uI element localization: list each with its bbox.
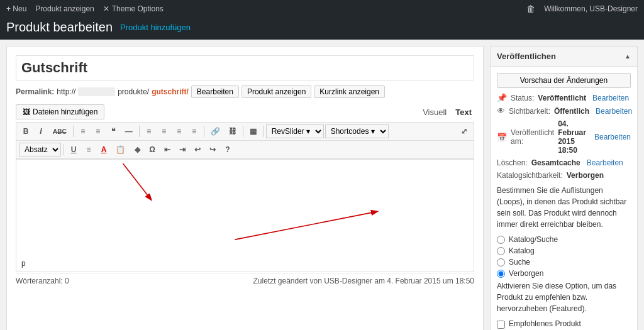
bold-btn[interactable]: B [19,125,33,138]
unlink-btn[interactable]: ⛓ [225,125,240,138]
add-product-link[interactable]: Produkt hinzufügen [120,23,191,32]
visibility-edit-link[interactable]: Bearbeiten [596,107,632,116]
word-count: Wörteranzahl: 0 [16,277,69,285]
radio-label-verborgen: Verborgen [509,269,543,278]
admin-bar-new[interactable]: + Neu [6,4,26,13]
editor-toolbar-row2: Absatz U ≡ A 📋 ◈ Ω ⇤ ⇥ ↩ ↪ ? [16,140,474,159]
editor-area[interactable]: p [16,159,474,272]
view-tabs: Visuell Text [420,106,474,118]
paragraph-indicator: p [21,259,26,268]
product-title-input[interactable] [16,55,474,80]
calendar-icon: 📅 [497,133,507,142]
publish-box-header[interactable]: Veröffentlichen ▲ [491,47,637,67]
blockquote-btn[interactable]: ❝ [106,125,120,138]
delete-cache-label: Gesamtcache [531,158,580,167]
status-edit-link[interactable]: Bearbeiten [592,94,629,102]
divider5 [263,126,264,137]
color-btn[interactable]: A [97,143,111,156]
published-edit-link[interactable]: Bearbeiten [594,133,631,141]
visibility-label: Sichtbarkeit: [509,107,550,116]
permalink-edit-btn[interactable]: Bearbeiten [191,85,239,98]
paste-btn[interactable]: 📋 [112,143,129,156]
publish-header-label: Veröffentlichen [497,52,556,61]
divider6 [64,144,64,155]
redo-btn[interactable]: ↪ [206,143,219,156]
editor-toolbar-row1: B I ABC ≡ ≡ ❝ — ≡ ≡ ≡ ≡ 🔗 ⛓ ▦ RevSlider … [16,122,474,140]
char-btn[interactable]: Ω [145,143,159,156]
clear-btn[interactable]: ◈ [130,143,144,156]
ol-btn[interactable]: ≡ [76,125,90,138]
link-btn[interactable]: 🔗 [207,125,224,138]
add-files-button[interactable]: 🖼 Dateien hinzufügen [16,104,104,119]
editor-status-bar: Wörteranzahl: 0 Zuletzt geändert von USB… [16,273,474,288]
page-title: Produkt bearbeiten [6,20,113,35]
permalink-slug: gutschrift/ [152,87,189,96]
table-btn[interactable]: ▦ [246,125,260,138]
undo-btn[interactable]: ↩ [191,143,204,156]
fullscreen-btn[interactable]: ⤢ [457,125,471,138]
radio-verborgen[interactable]: Verborgen [497,269,631,278]
permalink-path: produkte/ [118,87,149,96]
underline-btn[interactable]: U [67,143,80,156]
tab-text[interactable]: Text [453,106,474,118]
admin-bar-welcome: Willkommen, USB-Designer [544,4,638,13]
divider1 [73,126,74,137]
radio-katalog-suche[interactable]: Katalog/Suche [497,235,631,244]
published-value: 04. Februar 2015 18:50 [558,119,588,155]
last-modified: Zuletzt geändert von USB-Designer am 4. … [253,277,474,285]
content-area: Permalink: http:// ●●●●●●● produkte/guts… [6,46,484,330]
status-value: Veröffentlicht [538,94,586,102]
list2-btn[interactable]: ≡ [82,143,96,156]
divider4 [243,126,243,137]
admin-bar-trash[interactable]: 🗑 [526,4,535,14]
preview-btn[interactable]: Vorschau der Änderungen [497,73,631,88]
align-center-btn[interactable]: ≡ [157,125,171,138]
indent-in-btn[interactable]: ⇥ [175,143,189,156]
featured-checkbox[interactable] [497,321,505,329]
visibility-icon: 👁 [497,106,505,116]
status-icon: 📌 [497,93,507,102]
publish-box-body: Vorschau der Änderungen 📌 Status: Veröff… [491,67,637,330]
strike-btn[interactable]: ABC [49,126,70,137]
indent-out-btn[interactable]: ⇤ [160,143,174,156]
permalink-row: Permalink: http:// ●●●●●●● produkte/guts… [16,85,474,98]
catalog-description: Bestimmen Sie die Auflistungen (Loops), … [497,185,631,230]
svg-line-1 [123,163,152,199]
editor-toolbar-top: 🖼 Dateien hinzufügen Visuell Text [16,104,474,119]
published-label: Veröffentlicht am: [511,128,554,146]
featured-row[interactable]: Empfohlenes Produkt [497,319,631,329]
media-icon: 🖼 [23,107,30,116]
align-justify-btn[interactable]: ≡ [187,125,201,138]
catalog-label: Katalogsichtbarkeit: [497,171,563,180]
delete-cache-row: Löschen: Gesamtcache Bearbeiten [497,158,631,167]
admin-bar-view-product[interactable]: Produkt anzeigen [35,4,94,13]
featured-label: Empfohlenes Produkt [509,319,581,328]
radio-katalog[interactable]: Katalog [497,246,631,255]
svg-line-3 [235,212,377,240]
delete-label: Löschen: [497,158,528,167]
align-left-btn[interactable]: ≡ [142,125,156,138]
permalink-url-prefix: http:// [57,87,75,96]
revslider-select[interactable]: RevSlider ▾ [266,124,324,138]
admin-bar-theme-options[interactable]: ✕ Theme Options [103,4,164,13]
ul-btn[interactable]: ≡ [91,125,105,138]
hr-btn[interactable]: — [121,125,136,138]
publish-date-row: 📅 Veröffentlicht am: 04. Februar 2015 18… [497,119,631,155]
permalink-view-btn[interactable]: Produkt anzeigen [242,85,311,98]
delete-cache-edit-link[interactable]: Bearbeiten [587,158,623,167]
shortcodes-select[interactable]: Shortcodes ▾ [325,124,389,138]
align-right-btn[interactable]: ≡ [172,125,186,138]
radio-label-katalog-suche: Katalog/Suche [509,235,558,244]
italic-btn[interactable]: I [34,125,48,138]
admin-bar: + Neu Produkt anzeigen ✕ Theme Options 🗑… [0,0,644,18]
visibility-row: 👁 Sichtbarkeit: Öffentlich Bearbeiten [497,106,631,116]
help-btn[interactable]: ? [221,143,235,156]
publish-toggle-icon: ▲ [625,53,631,60]
page-header: Produkt bearbeiten Produkt hinzufügen [0,18,644,40]
sidebar: Veröffentlichen ▲ Vorschau der Änderunge… [490,46,638,330]
paragraph-select[interactable]: Absatz [19,143,61,157]
permalink-shortlink-btn[interactable]: Kurzlink anzeigen [314,85,385,98]
permalink-blurred: ●●●●●●● [78,87,115,96]
tab-visuell[interactable]: Visuell [420,106,449,118]
radio-suche[interactable]: Suche [497,258,631,267]
